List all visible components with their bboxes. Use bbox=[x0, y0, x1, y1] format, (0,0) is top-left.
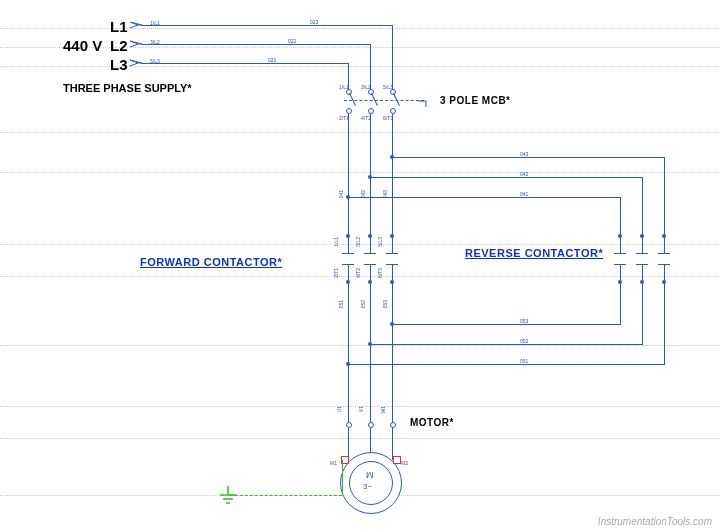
tag: 5/L3 bbox=[150, 58, 160, 64]
ground-wire bbox=[230, 495, 342, 496]
t: 1/L1 bbox=[333, 237, 339, 247]
motor-label: MOTOR* bbox=[410, 417, 454, 428]
tag: 5/L3 bbox=[383, 84, 393, 90]
wire-l3-h bbox=[142, 63, 348, 64]
t: 3~ bbox=[363, 482, 372, 491]
mcb-label: 3 POLE MCB* bbox=[440, 95, 511, 106]
t: 052 bbox=[360, 300, 366, 308]
phase-l2-label: L2 bbox=[110, 37, 128, 54]
tag: 041 bbox=[520, 191, 528, 197]
phase-l1-label: L1 bbox=[110, 18, 128, 35]
t: 4/T2 bbox=[355, 268, 361, 278]
diagram-root: L1 440 V L2 L3 THREE PHASE SUPPLY* 1/L1 … bbox=[0, 0, 720, 531]
wire-l2-h bbox=[142, 44, 370, 45]
t: 051 bbox=[338, 300, 344, 308]
t: 6/T3 bbox=[377, 268, 383, 278]
supply-arrow-icons bbox=[130, 22, 148, 72]
t: 2/T1 bbox=[333, 268, 339, 278]
t: M1 bbox=[330, 460, 337, 466]
t: V1 bbox=[358, 406, 364, 412]
t: M bbox=[366, 470, 374, 480]
ground-icon bbox=[218, 486, 238, 510]
t: U1 bbox=[336, 406, 342, 412]
tag: 3/L2 bbox=[361, 84, 371, 90]
tag: 041 bbox=[338, 190, 344, 198]
tag: 043 bbox=[520, 151, 528, 157]
tag: 021 bbox=[268, 57, 276, 63]
t: 052 bbox=[520, 338, 528, 344]
tag: 1/L1 bbox=[150, 20, 160, 26]
reverse-contactor-label[interactable]: REVERSE CONTACTOR* bbox=[465, 247, 603, 259]
watermark: InstrumentationTools.com bbox=[598, 516, 712, 527]
t: 051 bbox=[520, 358, 528, 364]
t: M2 bbox=[401, 460, 408, 466]
phase-l3-label: L3 bbox=[110, 56, 128, 73]
tag: 3/L2 bbox=[150, 39, 160, 45]
t: 3/L2 bbox=[355, 237, 361, 247]
three-phase-supply-label: THREE PHASE SUPPLY* bbox=[63, 82, 192, 94]
tag: 042 bbox=[520, 171, 528, 177]
motor-m2-box bbox=[393, 456, 401, 464]
t: 053 bbox=[382, 300, 388, 308]
t: 053 bbox=[520, 318, 528, 324]
voltage-label: 440 V bbox=[63, 37, 102, 54]
wire-l1-h bbox=[142, 25, 392, 26]
tag: 023 bbox=[310, 19, 318, 25]
tag: 1/L1 bbox=[339, 84, 349, 90]
t: W1 bbox=[380, 406, 386, 414]
t: 5/L3 bbox=[377, 237, 383, 247]
tag: 022 bbox=[288, 38, 296, 44]
forward-contactor-label[interactable]: FORWARD CONTACTOR* bbox=[140, 256, 282, 268]
